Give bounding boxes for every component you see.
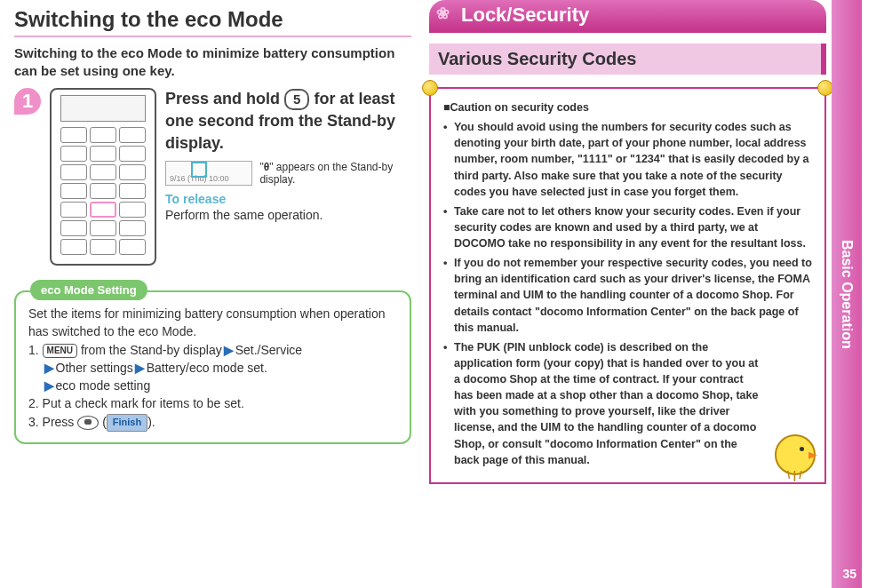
- caution-bullet: You should avoid using the numbers for s…: [443, 119, 812, 200]
- to-release-heading: To release: [165, 192, 411, 206]
- to-release-body: Perform the same operation.: [165, 208, 411, 222]
- section-title-eco: Switching to the eco Mode: [14, 7, 411, 37]
- right-column: Lock/Security Various Security Codes ■Ca…: [422, 0, 862, 588]
- arrow-icon: ▶: [224, 343, 234, 357]
- caution-bullets: You should avoid using the numbers for s…: [443, 119, 812, 468]
- page-number: 35: [842, 567, 856, 581]
- eco-setting-step1: 1. MENU from the Stand-by display▶Set./S…: [28, 341, 397, 395]
- various-security-codes-heading: Various Security Codes: [429, 44, 826, 75]
- eco-setting-intro: Set the items for minimizing battery con…: [28, 305, 397, 341]
- eco-mode-setting-box: eco Mode Setting Set the items for minim…: [14, 290, 411, 444]
- step-text: Press and hold 5 for at least one second…: [165, 88, 411, 266]
- eco-setting-step3: 3. Press (Finish).: [28, 413, 397, 432]
- phone-illustration: [50, 88, 156, 266]
- caution-heading: ■Caution on security codes: [443, 99, 812, 115]
- caution-box: ■Caution on security codes You should av…: [429, 87, 826, 484]
- left-column: Switching to the eco Mode Switching to t…: [0, 0, 422, 588]
- eco-setting-step2: 2. Put a check mark for items to be set.: [28, 394, 397, 412]
- camera-key-icon: [77, 416, 99, 430]
- step-number-badge: 1: [14, 88, 41, 115]
- arrow-icon: ▶: [44, 378, 54, 393]
- arrow-icon: ▶: [135, 361, 145, 375]
- eco-indicator-highlight: [191, 162, 207, 178]
- step-text-a: Press and hold: [165, 90, 284, 107]
- key-5-icon: 5: [284, 89, 309, 110]
- caution-bullet: The PUK (PIN unblock code) is described …: [443, 339, 812, 468]
- caution-bullet: Take care not to let others know your se…: [443, 203, 812, 251]
- arrow-icon: ▶: [44, 361, 54, 375]
- finish-chip: Finish: [107, 414, 147, 432]
- key-5-highlight: [90, 202, 116, 218]
- chick-mascot-icon: \ | /: [771, 427, 823, 484]
- side-tab: Basic Operation: [832, 0, 862, 588]
- caution-bullet: If you do not remember your respective s…: [443, 255, 812, 336]
- status-caption: "θ" appears on the Stand-by display.: [259, 161, 411, 187]
- standby-mini-illustration: 9/16 (Thu) 10:00: [165, 161, 252, 186]
- side-tab-label: Basic Operation: [839, 240, 855, 349]
- step-1-row: 1 Press and hold 5 for at least on: [14, 88, 411, 266]
- section-lead: Switching to the eco Mode to minimize ba…: [14, 44, 411, 79]
- menu-key-icon: MENU: [43, 344, 77, 359]
- lock-security-heading: Lock/Security: [429, 0, 826, 30]
- pin-icon: [422, 80, 438, 96]
- eco-mode-setting-label: eco Mode Setting: [30, 280, 147, 300]
